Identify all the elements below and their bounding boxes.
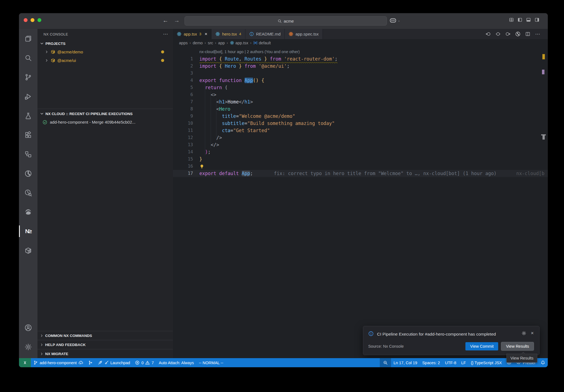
pipeline-execution-item[interactable]: add-hero-component - Merge 409b44e5cb02.… [37,118,173,126]
statusbar-eol[interactable]: LF [459,358,468,367]
statusbar-cursor-position[interactable]: Ln 17, Col 19 [391,358,420,367]
sidebar-section-common-nx-commands[interactable]: COMMON NX COMMANDS [37,331,173,340]
history-back-button[interactable]: ← [162,17,169,24]
breadcrumb-item-app[interactable]: app [218,41,225,45]
code-line-17[interactable]: 17export default App;fix: correct typo i… [173,170,548,177]
lightbulb-icon[interactable] [199,163,204,168]
code-line-4[interactable]: 4export function App() { [173,77,548,84]
line-number: 2 [173,62,193,70]
activity-settings-gear[interactable] [19,337,37,356]
sidebar-nx-console: NX CONSOLE ⋯ PROJECTS @acme/demo@acme/ui… [37,29,173,358]
tab-close-icon[interactable]: × [205,31,207,37]
breadcrumb-label: app [218,41,225,45]
close-window-button[interactable] [24,18,28,22]
activity-account[interactable] [19,318,37,337]
code-line-16[interactable]: 16 [173,163,548,170]
panel-bottom-icon[interactable] [526,17,531,22]
project-item[interactable]: @acme/demo [37,48,173,56]
breadcrumb-label: demo [193,41,203,45]
code-editor[interactable]: nx-cloud[bot], 1 hour ago | 2 authors (Y… [173,47,548,358]
breadcrumb-label: src [208,41,213,45]
split-editor-icon[interactable] [525,31,530,37]
code-line-7[interactable]: 7 <h1>Home</h1> [173,98,548,105]
activity-explorer[interactable] [19,29,37,48]
overview-ruler-change-mark [542,70,544,74]
activity-search[interactable] [19,48,37,67]
copilot-menu[interactable]: ⌄ [389,17,400,24]
breadcrumb-item-demo[interactable]: demo [193,41,203,45]
tab-README.md[interactable]: README.md [245,29,285,39]
code-line-11[interactable]: 11 cta="Get Started" [173,127,548,134]
panel-right-icon[interactable] [535,17,539,22]
nx-cloud-section-header[interactable]: NX CLOUD :: RECENT CI PIPELINE EXECUTION… [37,110,173,118]
notification-message: CI Pipeline Execution for #add-hero-comp… [377,331,496,338]
breadcrumb-item-default[interactable]: default [253,41,271,45]
settings-gear-icon [25,343,32,351]
statusbar-indentation[interactable]: Spaces: 2 [420,358,443,367]
breadcrumb-item-src[interactable]: src [208,41,213,45]
statusbar-git-graph[interactable] [86,358,95,367]
statusbar-language-mode[interactable]: {} TypeScript JSX [468,358,505,367]
code-line-2[interactable]: 2import { Hero } from '@acme/ui'; [173,62,548,70]
statusbar-encoding[interactable]: UTF-8 [443,358,459,367]
view-commit-button[interactable]: View Commit [465,342,498,350]
activity-testing[interactable] [19,106,37,125]
statusbar-remote-indicator[interactable] [19,358,31,367]
code-line-15[interactable]: 15} [173,156,548,163]
more-actions-icon[interactable]: ⋯ [535,31,541,37]
statusbar-launchpad[interactable]: Launchpad [95,358,133,367]
statusbar-text: 0 [141,361,143,365]
nav-forward-circle-icon[interactable] [505,31,511,37]
notification-settings-gear-icon[interactable] [522,331,526,336]
more-actions-icon[interactable]: ⋯ [163,31,168,37]
command-center-search[interactable]: acme [185,16,387,26]
code-line-13[interactable]: 13 </> [173,141,548,148]
notification-close-icon[interactable]: × [531,331,534,336]
activity-hierarchy[interactable] [19,145,37,164]
activity-pipeline-search[interactable] [19,183,37,202]
code-line-12[interactable]: 12 /> [173,134,548,141]
breadcrumb-item-app.tsx[interactable]: app.tsx [230,41,248,45]
code-line-9[interactable]: 9 title="Welcome @acme/demo" [173,113,548,120]
circle-marker-icon[interactable] [495,31,501,37]
statusbar-vim-mode[interactable]: -- NORMAL -- [196,358,226,367]
indent-guide [211,91,211,148]
activity-run-and-debug[interactable] [19,87,37,106]
activity-package-cube[interactable] [19,241,37,260]
activity-edge-browser[interactable] [19,202,37,222]
project-item[interactable]: @acme/ui [37,56,173,65]
statusbar-auto-attach[interactable]: Auto Attach: Always [156,358,196,367]
view-results-button[interactable]: View Results [501,342,534,350]
activity-source-control[interactable] [19,67,37,87]
statusbar-notifications-bell[interactable] [538,358,548,367]
activity-pipeline-circle[interactable] [19,164,37,183]
activity-extensions[interactable] [19,125,37,145]
package-cube-icon [51,50,55,54]
overview-ruler-warning-mark [542,54,545,59]
tab-hero.tsx[interactable]: hero.tsx4 [212,29,245,39]
activity-nx-console[interactable]: N≥ [19,222,37,241]
zoom-window-button[interactable] [37,18,41,22]
statusbar-problems[interactable]: 07 [132,358,156,367]
projects-section-header[interactable]: PROJECTS [37,39,173,48]
minimize-window-button[interactable] [31,18,34,22]
customize-layout-icon[interactable] [509,17,514,22]
panel-left-icon[interactable] [517,17,522,22]
tab-app.tsx[interactable]: app.tsx3× [173,29,212,39]
sidebar-section-help-and-feedback[interactable]: HELP AND FEEDBACK [37,340,173,349]
statusbar-git-branch[interactable]: add-hero-component [31,358,86,367]
code-line-5[interactable]: 5 return ( [173,84,548,91]
sidebar-section-nx-migrate[interactable]: NX MIGRATE [37,349,173,358]
nav-back-circle-icon[interactable] [486,31,491,37]
code-line-14[interactable]: 14 ); [173,148,548,156]
tab-app.spec.tsx[interactable]: app.spec.tsx [285,29,323,39]
breadcrumb-item-apps[interactable]: apps [179,41,188,45]
git-graph-circle-icon[interactable] [515,31,520,37]
code-line-6[interactable]: 6 <> [173,91,548,98]
code-line-8[interactable]: 8 <Hero [173,105,548,113]
code-line-1[interactable]: 1import { Route, Routes } from 'react-ro… [173,55,548,62]
code-line-10[interactable]: 10 subtitle="Build something amazing tod… [173,120,548,127]
code-line-3[interactable]: 3 [173,70,548,77]
history-forward-button[interactable]: → [173,17,181,24]
statusbar-zoom-indicator[interactable] [380,358,391,367]
